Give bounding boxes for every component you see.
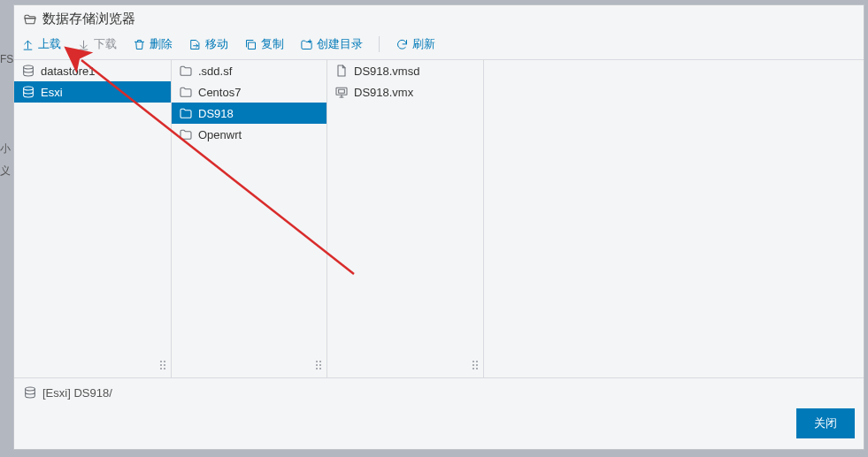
datastore-list[interactable]: datastore1 Esxi <box>14 60 171 353</box>
move-label: 移动 <box>205 36 228 52</box>
toolbar-separator <box>379 36 380 52</box>
download-button[interactable]: 下载 <box>77 36 117 52</box>
download-label: 下载 <box>94 36 117 52</box>
upload-icon <box>21 38 35 51</box>
folder-icon <box>179 127 193 141</box>
folder-row[interactable]: DS918 <box>172 103 326 124</box>
folder-open-icon <box>23 12 37 27</box>
datastore-row[interactable]: datastore1 <box>14 60 171 81</box>
svg-rect-3 <box>336 88 347 95</box>
upload-label: 上载 <box>38 36 61 52</box>
svg-rect-0 <box>249 42 256 50</box>
folder-icon <box>179 85 193 99</box>
row-label: DS918 <box>198 107 234 120</box>
trash-icon <box>133 38 146 51</box>
folder-row[interactable]: Openwrt <box>172 124 326 145</box>
file-icon <box>334 64 349 78</box>
svg-point-5 <box>26 387 35 391</box>
status-path: [Esxi] DS918/ <box>42 386 112 400</box>
row-label: DS918.vmx <box>354 86 413 99</box>
column-browser: datastore1 Esxi .sdd.sf Centos7 <box>14 60 864 378</box>
row-label: DS918.vmsd <box>354 65 419 78</box>
move-button[interactable]: 移动 <box>188 36 228 52</box>
file-row[interactable]: DS918.vmsd <box>327 60 483 81</box>
datastore-row[interactable]: Esxi <box>14 81 171 103</box>
row-label: .sdd.sf <box>198 65 232 78</box>
dialog-titlebar: 数据存储浏览器 <box>14 5 864 33</box>
empty-list <box>484 60 864 377</box>
file-list[interactable]: DS918.vmsd DS918.vmx <box>327 60 483 353</box>
delete-button[interactable]: 删除 <box>133 36 173 52</box>
folder-icon <box>179 64 193 78</box>
svg-point-1 <box>24 65 34 69</box>
row-label: Openwrt <box>198 128 242 141</box>
refresh-label: 刷新 <box>412 36 435 52</box>
datastore-icon <box>23 385 37 400</box>
row-label: datastore1 <box>41 65 95 78</box>
copy-label: 复制 <box>261 36 284 52</box>
vm-icon <box>334 85 349 99</box>
browser-column-1: .sdd.sf Centos7 DS918 Openwrt <box>172 60 327 377</box>
close-button[interactable]: 关闭 <box>796 408 855 438</box>
upload-button[interactable]: 上载 <box>21 36 61 52</box>
new-folder-icon <box>300 38 313 51</box>
svg-point-2 <box>24 87 34 90</box>
column-resize-grip[interactable] <box>327 353 483 377</box>
row-label: Esxi <box>41 86 63 99</box>
delete-label: 删除 <box>150 36 173 52</box>
create-directory-button[interactable]: 创建目录 <box>300 36 363 52</box>
column-resize-grip[interactable] <box>172 353 326 377</box>
dialog-footer: 关闭 <box>14 401 864 449</box>
file-row[interactable]: DS918.vmx <box>327 81 483 103</box>
dialog-title: 数据存储浏览器 <box>42 11 135 27</box>
folder-icon <box>179 106 193 120</box>
row-label: Centos7 <box>198 86 241 99</box>
status-bar: [Esxi] DS918/ <box>14 378 864 401</box>
bg-text: FS <box>0 53 13 65</box>
toolbar: 上载 下载 删除 移动 复制 创建目录 刷新 <box>14 33 864 60</box>
column-resize-grip[interactable] <box>14 353 171 377</box>
folder-row[interactable]: Centos7 <box>172 81 326 103</box>
svg-rect-4 <box>339 89 345 93</box>
datastore-icon <box>21 64 35 78</box>
datastore-browser-dialog: 数据存储浏览器 上载 下载 删除 移动 复制 创建目录 刷新 <box>13 4 864 450</box>
browser-column-empty <box>484 60 864 377</box>
folder-row[interactable]: .sdd.sf <box>172 60 326 81</box>
copy-button[interactable]: 复制 <box>244 36 284 52</box>
folder-list[interactable]: .sdd.sf Centos7 DS918 Openwrt <box>172 60 326 353</box>
refresh-button[interactable]: 刷新 <box>396 36 435 52</box>
copy-icon <box>244 38 257 51</box>
datastore-icon <box>21 85 35 99</box>
bg-text: 小 <box>0 141 11 156</box>
bg-text: 义 <box>0 164 11 179</box>
browser-column-0: datastore1 Esxi <box>14 60 172 377</box>
move-icon <box>188 38 202 51</box>
create-directory-label: 创建目录 <box>317 36 363 52</box>
download-icon <box>77 38 90 51</box>
browser-column-2: DS918.vmsd DS918.vmx <box>327 60 484 377</box>
refresh-icon <box>396 38 409 51</box>
